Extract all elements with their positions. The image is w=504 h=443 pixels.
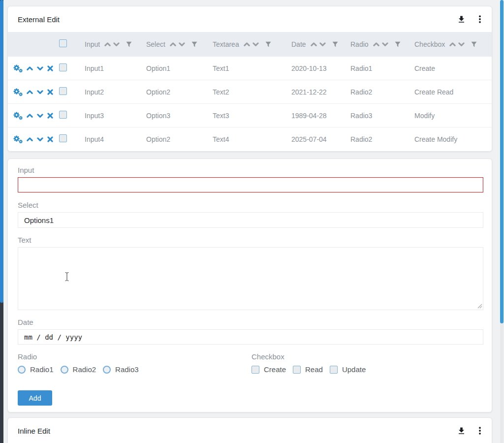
kebab-menu-icon <box>479 427 481 435</box>
x-icon <box>47 65 53 71</box>
cell-textarea: Text2 <box>213 88 291 96</box>
cell-date: 2020-10-13 <box>291 64 350 72</box>
sort-desc-icon[interactable] <box>319 42 326 47</box>
chevron-down-icon <box>37 113 43 118</box>
filter-icon[interactable] <box>471 41 477 47</box>
inline-edit-header: Inline Edit <box>8 418 492 443</box>
sort-desc-icon[interactable] <box>458 42 465 47</box>
cell-date: 2025-07-04 <box>291 135 350 143</box>
row-checkbox[interactable] <box>59 87 67 95</box>
row-move-up-button[interactable] <box>27 113 33 118</box>
cell-input: Input1 <box>85 64 146 72</box>
row-move-up-button[interactable] <box>27 137 33 142</box>
chevron-up-icon <box>27 113 33 118</box>
row-move-down-button[interactable] <box>37 137 43 142</box>
row-delete-button[interactable] <box>47 113 53 119</box>
cell-date: 2021-12-22 <box>291 88 350 96</box>
select-all-checkbox[interactable] <box>59 39 67 47</box>
left-scrollbar-track[interactable] <box>0 0 3 443</box>
cogs-icon <box>12 64 23 73</box>
cell-radio: Radio3 <box>350 112 414 120</box>
row-move-down-button[interactable] <box>37 113 43 118</box>
right-scrollbar-track[interactable] <box>500 0 504 443</box>
checkbox-icon[interactable] <box>252 366 259 374</box>
x-icon <box>47 136 53 142</box>
row-settings-button[interactable] <box>12 135 23 144</box>
radio-icon[interactable] <box>103 366 111 374</box>
select-value: Options1 <box>24 216 54 224</box>
sort-desc-icon[interactable] <box>382 42 388 47</box>
chevron-up-icon <box>27 90 33 95</box>
row-move-down-button[interactable] <box>37 66 43 71</box>
cell-radio: Radio2 <box>350 88 414 96</box>
radio-option-radio2[interactable]: Radio2 <box>61 365 96 374</box>
radio-option-radio1[interactable]: Radio1 <box>18 365 54 374</box>
row-settings-button[interactable] <box>12 88 23 96</box>
cell-select: Option2 <box>146 135 213 143</box>
checkbox-option-update[interactable]: Update <box>330 365 366 374</box>
sort-asc-icon[interactable] <box>449 42 456 47</box>
row-checkbox[interactable] <box>59 134 67 142</box>
radio-option-radio3[interactable]: Radio3 <box>103 365 139 374</box>
table-row: Input1 Option1 Text1 2020-10-13 Radio1 C… <box>8 57 492 80</box>
date-field[interactable] <box>18 329 483 345</box>
checkbox-option-create[interactable]: Create <box>252 365 286 374</box>
text-field[interactable] <box>18 247 483 310</box>
row-move-down-button[interactable] <box>37 90 43 95</box>
filter-icon[interactable] <box>191 41 197 47</box>
chevron-up-icon <box>27 137 33 142</box>
cogs-icon <box>12 135 23 144</box>
download-button[interactable] <box>457 15 466 24</box>
radio-icon[interactable] <box>61 366 68 374</box>
filter-icon[interactable] <box>265 41 271 47</box>
sort-asc-icon[interactable] <box>373 42 379 47</box>
card-menu-button[interactable] <box>479 15 481 23</box>
sort-desc-icon[interactable] <box>113 42 120 47</box>
left-scrollbar-thumb[interactable] <box>0 0 3 303</box>
sort-asc-icon[interactable] <box>104 42 111 47</box>
right-scrollbar-thumb[interactable] <box>500 0 504 323</box>
chevron-down-icon <box>37 66 43 71</box>
download-button[interactable] <box>457 426 466 436</box>
add-button[interactable]: Add <box>18 390 52 406</box>
checkbox-icon[interactable] <box>293 366 301 374</box>
filter-icon[interactable] <box>395 41 401 47</box>
radio-icon[interactable] <box>18 366 26 374</box>
table-row: Input2 Option2 Text2 2021-12-22 Radio2 C… <box>8 80 492 104</box>
cell-checkbox: Create Modify <box>414 135 492 143</box>
row-checkbox[interactable] <box>59 63 67 71</box>
row-settings-button[interactable] <box>12 64 23 73</box>
cell-checkbox: Modify <box>414 112 492 120</box>
sort-desc-icon[interactable] <box>252 42 259 47</box>
chevron-up-icon <box>27 66 33 71</box>
sort-asc-icon[interactable] <box>244 42 250 47</box>
row-settings-button[interactable] <box>12 111 23 120</box>
row-move-up-button[interactable] <box>27 66 33 71</box>
row-checkbox[interactable] <box>59 111 67 119</box>
row-move-up-button[interactable] <box>27 90 33 95</box>
row-delete-button[interactable] <box>47 136 53 142</box>
card-menu-button[interactable] <box>479 427 481 435</box>
table-header-row: Input Select Textarea Date Radio <box>8 32 492 57</box>
row-delete-button[interactable] <box>47 65 53 71</box>
sort-asc-icon[interactable] <box>311 42 317 47</box>
filter-icon[interactable] <box>332 41 338 47</box>
sort-asc-icon[interactable] <box>170 42 176 47</box>
select-field[interactable]: Options1 <box>18 212 483 228</box>
input-field[interactable] <box>18 177 483 192</box>
inline-edit-card: Inline Edit <box>7 417 492 443</box>
cell-textarea: Text3 <box>213 112 291 120</box>
sort-desc-icon[interactable] <box>179 42 185 47</box>
row-delete-button[interactable] <box>47 89 53 95</box>
column-header-date: Date <box>291 40 350 48</box>
download-icon <box>457 426 466 436</box>
filter-icon[interactable] <box>126 41 132 47</box>
column-header-input: Input <box>85 40 146 48</box>
cell-input: Input3 <box>85 112 146 120</box>
chevron-down-icon <box>37 90 43 95</box>
cell-textarea: Text1 <box>213 64 291 72</box>
checkbox-option-read[interactable]: Read <box>293 365 323 374</box>
column-header-select: Select <box>146 40 213 48</box>
checkbox-icon[interactable] <box>330 366 338 374</box>
table-row: Input4 Option2 Text4 2025-07-04 Radio2 C… <box>8 127 492 151</box>
